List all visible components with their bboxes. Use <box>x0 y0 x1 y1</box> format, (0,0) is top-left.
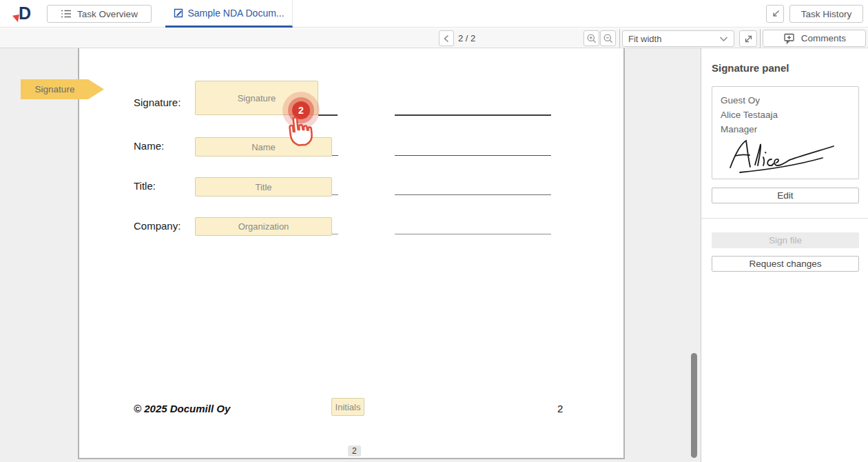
organization-field-placeholder: Organization <box>238 221 289 232</box>
title-field-placeholder: Title <box>255 182 271 192</box>
chevron-down-icon <box>719 36 728 42</box>
tab-document[interactable]: Sample NDA Docum... <box>165 0 293 28</box>
toolbar-separator <box>619 29 620 48</box>
previous-page-button[interactable] <box>439 30 454 46</box>
edit-button[interactable]: Edit <box>712 188 859 203</box>
toolbar-separator <box>760 29 761 48</box>
comments-label: Comments <box>801 33 846 43</box>
documill-logo: D <box>12 3 40 24</box>
signer-card: Guest Oy Alice Testaaja Manager <box>712 86 859 179</box>
doc-label-signature: Signature: <box>134 97 180 108</box>
signature-line <box>395 114 551 116</box>
document-toolbar: 2 / 2 <box>0 28 868 48</box>
task-overview-button[interactable]: Task Overview <box>47 5 152 23</box>
signature-tag[interactable]: Signature <box>21 79 104 99</box>
zoom-out-button[interactable] <box>600 30 616 46</box>
list-icon <box>61 9 72 19</box>
zoom-in-button[interactable] <box>583 30 599 46</box>
document-page: Signature: Signature Name: Name Title: T… <box>79 48 623 458</box>
edit-pencil-icon <box>173 8 184 19</box>
app-window: D Task Overview Sample NDA Docum <box>0 0 868 462</box>
signature-tag-label: Signature <box>35 84 75 94</box>
signature-line <box>395 155 551 156</box>
page-break-badge: 2 <box>348 445 361 456</box>
doc-label-name: Name: <box>134 140 164 152</box>
sidebar-divider <box>701 218 868 219</box>
chevron-left-icon <box>443 34 450 43</box>
task-history-button[interactable]: Task History <box>789 5 863 23</box>
document-page-number: 2 <box>557 403 563 414</box>
top-bar: D Task Overview Sample NDA Docum <box>0 0 868 28</box>
signature-line <box>395 194 551 195</box>
signature-panel-title: Signature panel <box>712 62 789 74</box>
sign-file-button-label: Sign file <box>769 235 802 245</box>
comments-button[interactable]: Comments <box>763 30 866 47</box>
zoom-in-icon <box>586 33 597 44</box>
page-indicator: 2 / 2 <box>458 33 475 43</box>
signer-role: Manager <box>721 122 850 137</box>
organization-field[interactable]: Organization <box>195 217 332 236</box>
signer-name: Alice Testaaja <box>721 108 850 122</box>
initials-field-placeholder: Initials <box>335 402 361 412</box>
task-history-label: Task History <box>801 9 852 19</box>
signature-line <box>395 234 551 234</box>
doc-label-title: Title: <box>134 180 156 192</box>
signature-line-stub <box>332 234 338 234</box>
vertical-scrollbar-thumb[interactable] <box>691 353 697 458</box>
request-changes-button-label: Request changes <box>749 259 821 269</box>
expand-diagonal-icon <box>743 34 754 44</box>
comment-add-icon <box>783 32 796 45</box>
copyright-text: © 2025 Documill Oy <box>134 403 230 414</box>
doc-label-company: Company: <box>134 220 180 232</box>
collapse-arrow-icon <box>770 9 781 19</box>
task-overview-label: Task Overview <box>77 9 138 19</box>
signature-field-placeholder: Signature <box>238 93 276 103</box>
signature-line-stub <box>332 194 338 195</box>
request-changes-button[interactable]: Request changes <box>712 256 859 272</box>
zoom-mode-select[interactable]: Fit width <box>622 30 734 47</box>
signature-line-stub <box>318 114 338 116</box>
name-field-placeholder: Name <box>251 142 276 152</box>
sign-file-button[interactable]: Sign file <box>712 232 859 248</box>
zoom-out-icon <box>603 33 614 44</box>
collapse-panel-button[interactable] <box>766 5 784 23</box>
page-break-number: 2 <box>352 446 357 456</box>
tab-document-label: Sample NDA Docum... <box>187 8 284 19</box>
signature-line-stub <box>332 155 338 156</box>
title-field[interactable]: Title <box>195 177 332 197</box>
document-viewer: Signature: Signature Name: Name Title: T… <box>0 48 701 462</box>
signature-image <box>727 137 850 174</box>
initials-field[interactable]: Initials <box>331 398 364 416</box>
edit-button-label: Edit <box>777 190 793 201</box>
logo-letter: D <box>19 3 30 23</box>
expand-view-button[interactable] <box>739 30 757 47</box>
zoom-mode-value: Fit width <box>628 34 661 44</box>
signer-company: Guest Oy <box>721 93 850 108</box>
hand-cursor-icon <box>284 111 319 149</box>
signature-panel: Signature panel Guest Oy Alice Testaaja … <box>701 48 868 462</box>
